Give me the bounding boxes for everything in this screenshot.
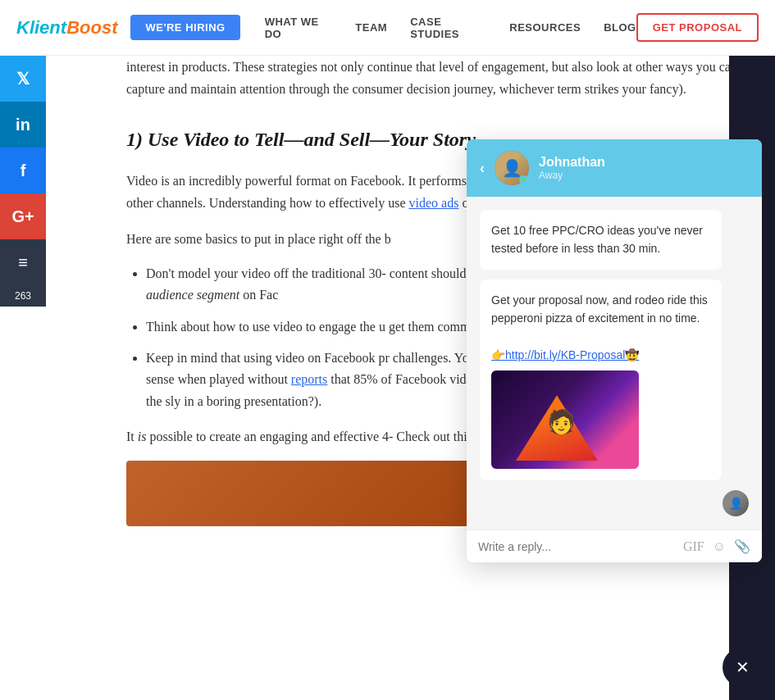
chat-user-status: Away <box>539 170 749 181</box>
pizza-person: 🧑 <box>547 404 576 441</box>
header: KlientBoost WE'RE HIRING WHAT WE DO TEAM… <box>0 0 775 56</box>
nav-resources[interactable]: RESOURCES <box>509 21 581 34</box>
buffer-icon: ≡ <box>18 253 28 272</box>
social-sidebar: 𝕏 in f G+ ≡ 263 <box>0 56 46 307</box>
logo-boost: Boost <box>66 17 117 39</box>
chat-footer: GIF ☺ 📎 <box>467 530 762 559</box>
share-linkedin-button[interactable]: in <box>0 102 46 148</box>
chat-message-1: Get 10 free PPC/CRO ideas you've never t… <box>480 210 722 270</box>
nav-blog[interactable]: BLOG <box>604 21 636 34</box>
nav-what-we-do[interactable]: WHAT WE DO <box>265 16 333 40</box>
nav-case-studies[interactable]: CASE STUDIES <box>410 16 486 40</box>
share-count: 263 <box>0 285 46 307</box>
nav-team[interactable]: TEAM <box>355 21 387 34</box>
reports-link[interactable]: reports <box>291 372 327 386</box>
main-nav: WHAT WE DO TEAM CASE STUDIES RESOURCES B… <box>265 16 636 40</box>
get-proposal-button[interactable]: GET PROPOSAL <box>636 13 759 42</box>
twitter-icon: 𝕏 <box>16 69 30 89</box>
gif-button[interactable]: GIF <box>683 539 704 554</box>
attachment-button[interactable]: 📎 <box>734 539 750 554</box>
intro-paragraph: interest in products. These strategies n… <box>126 56 742 100</box>
chat-header: ‹ 👤 Johnathan Away <box>467 139 762 197</box>
emoji-button[interactable]: ☺ <box>713 539 726 554</box>
share-twitter-button[interactable]: 𝕏 <box>0 56 46 102</box>
facebook-icon: f <box>21 161 26 180</box>
we-hiring-button[interactable]: WE'RE HIRING <box>130 15 239 40</box>
chat-body: Get 10 free PPC/CRO ideas you've never t… <box>467 197 762 530</box>
chat-message-2: Get your proposal now, and rodeo ride th… <box>480 280 722 481</box>
user-reply-avatar: 👤 <box>723 490 749 516</box>
chat-username: Johnathan <box>539 155 749 170</box>
chat-pizza-image: 🧑 <box>491 370 639 469</box>
logo-klient: Klient <box>16 17 66 39</box>
share-google-button[interactable]: G+ <box>0 193 46 239</box>
chat-avatar-wrapper: 👤 <box>495 151 529 185</box>
google-plus-icon: G+ <box>11 207 34 226</box>
chat-proposal-link[interactable]: 👉http://bit.ly/KB-Proposal🤠 <box>491 348 639 361</box>
chat-user-info: Johnathan Away <box>539 155 749 181</box>
share-facebook-button[interactable]: f <box>0 148 46 193</box>
chat-reply-input[interactable] <box>478 540 675 553</box>
logo[interactable]: KlientBoost <box>16 17 117 39</box>
chat-message-2-text: Get your proposal now, and rodeo ride th… <box>491 293 708 325</box>
online-status-dot <box>519 175 527 184</box>
share-buffer-button[interactable]: ≡ <box>0 239 46 285</box>
chat-back-button[interactable]: ‹ <box>480 160 485 177</box>
linkedin-icon: in <box>16 116 30 134</box>
chat-user-reply: 👤 <box>480 490 749 516</box>
chat-widget: ‹ 👤 Johnathan Away Get 10 free PPC/CRO i… <box>467 139 762 559</box>
video-ads-link[interactable]: video ads <box>409 196 459 210</box>
